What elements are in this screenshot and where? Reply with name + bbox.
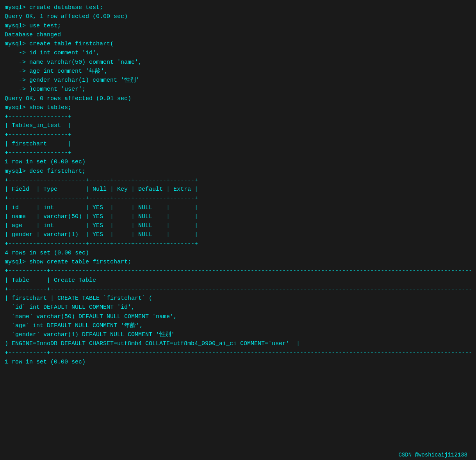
terminal-line: mysql> show create table firstchart; <box>5 258 471 267</box>
terminal-line: +--------+-------------+------+-----+---… <box>5 194 471 203</box>
terminal-line: | Table | Create Table <box>5 276 471 285</box>
terminal-line: +-----------------+ <box>5 149 471 158</box>
terminal-line: +--------+-------------+------+-----+---… <box>5 240 471 249</box>
terminal-line: | Tables_in_test | <box>5 121 471 130</box>
terminal-line: ) ENGINE=InnoDB DEFAULT CHARSET=utf8mb4 … <box>5 339 471 348</box>
terminal-line: Database changed <box>5 30 471 39</box>
terminal-line: +-----------------+ <box>5 131 471 140</box>
terminal-line: `id` int DEFAULT NULL COMMENT 'id', <box>5 303 471 312</box>
terminal-line: | firstchart | <box>5 140 471 149</box>
terminal-line: -> )comment 'user'; <box>5 85 471 94</box>
terminal-line: | age | int | YES | | NULL | | <box>5 221 471 230</box>
terminal-line: | id | int | YES | | NULL | | <box>5 203 471 212</box>
terminal-line: mysql> create table firstchart( <box>5 39 471 48</box>
terminal-line: +-----------------+ <box>5 112 471 121</box>
terminal-line: mysql> show tables; <box>5 103 471 112</box>
terminal-line: 4 rows in set (0.00 sec) <box>5 249 471 258</box>
terminal-line: `name` varchar(50) DEFAULT NULL COMMENT … <box>5 312 471 321</box>
terminal-line: 1 row in set (0.00 sec) <box>5 158 471 166</box>
terminal-line: Query OK, 1 row affected (0.00 sec) <box>5 12 471 21</box>
terminal-line: mysql> create database test; <box>5 3 471 12</box>
watermark: CSDN @woshicaiji12138 <box>399 451 467 459</box>
terminal-line: -> name varchar(50) comment 'name', <box>5 58 471 67</box>
terminal-line: -> gender varchar(1) comment '性别' <box>5 76 471 85</box>
terminal-line: +-----------+---------------------------… <box>5 285 471 294</box>
terminal-line: | gender | varchar(1) | YES | | NULL | | <box>5 230 471 239</box>
terminal-line: mysql> use test; <box>5 21 471 30</box>
terminal-line: `gender` varchar(1) DEFAULT NULL COMMENT… <box>5 330 471 339</box>
terminal-line: 1 row in set (0.00 sec) <box>5 358 471 367</box>
terminal-line: +--------+-------------+------+-----+---… <box>5 176 471 185</box>
terminal: mysql> create database test;Query OK, 1 … <box>5 3 471 460</box>
terminal-line: +-----------+---------------------------… <box>5 349 471 358</box>
terminal-line: | name | varchar(50) | YES | | NULL | | <box>5 212 471 221</box>
terminal-content: mysql> create database test;Query OK, 1 … <box>5 3 471 367</box>
terminal-line: -> id int comment 'id', <box>5 48 471 57</box>
terminal-line: | firstchart | CREATE TABLE `firstchart`… <box>5 294 471 303</box>
terminal-line: +-----------+---------------------------… <box>5 267 471 276</box>
terminal-line: -> age int comment '年龄', <box>5 67 471 76</box>
terminal-line: | Field | Type | Null | Key | Default | … <box>5 185 471 194</box>
terminal-line: mysql> desc firstchart; <box>5 167 471 176</box>
terminal-line: `age` int DEFAULT NULL COMMENT '年龄', <box>5 321 471 330</box>
terminal-line: Query OK, 0 rows affected (0.01 sec) <box>5 94 471 103</box>
